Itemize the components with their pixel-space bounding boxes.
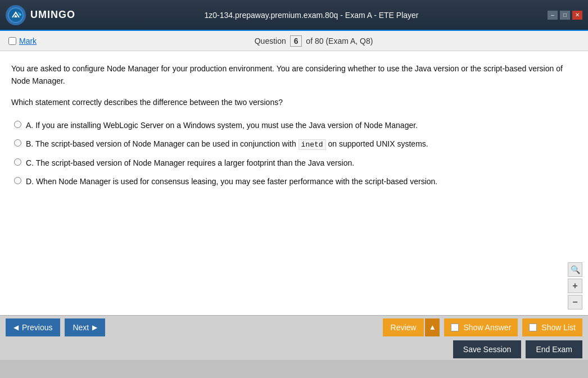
zoom-in-button[interactable]: +: [568, 279, 582, 293]
show-answer-button[interactable]: Show Answer: [444, 318, 518, 336]
previous-chevron-icon: ◀: [13, 324, 19, 331]
mark-area: Mark: [8, 37, 37, 45]
show-list-button[interactable]: Show List: [522, 318, 582, 336]
minimize-button[interactable]: –: [548, 11, 558, 20]
question-counter: Question 6 of 80 (Exam A, Q8): [48, 35, 580, 47]
next-button[interactable]: Next ▶: [65, 318, 105, 336]
save-session-label: Save Session: [463, 345, 512, 354]
question-number-box: 6: [290, 35, 302, 47]
next-label: Next: [73, 323, 89, 332]
end-exam-button[interactable]: End Exam: [526, 340, 582, 358]
zoom-controls: 🔍 + −: [568, 262, 582, 309]
toolbar-row2: Save Session End Exam: [0, 339, 588, 360]
close-button[interactable]: ✕: [572, 11, 582, 20]
toolbar-row1: ◀ Previous Next ▶ Review ▲ Show Answer S…: [0, 316, 588, 339]
option-b-code: inetd: [298, 139, 326, 150]
review-arrow-icon: ▲: [429, 323, 436, 331]
radio-d[interactable]: [14, 177, 21, 184]
review-button[interactable]: Review: [383, 318, 424, 336]
exam-info: (Exam A, Q8): [325, 37, 373, 45]
previous-label: Previous: [22, 323, 52, 332]
show-list-checkbox-icon: [529, 324, 537, 331]
window-title: 1z0-134.prepaway.premium.exam.80q - Exam…: [75, 11, 548, 20]
svg-point-1: [19, 13, 21, 16]
option-b: B. The script-based version of Node Mana…: [14, 138, 577, 151]
question-header: Mark Question 6 of 80 (Exam A, Q8): [0, 31, 588, 51]
mark-link[interactable]: Mark: [19, 37, 37, 45]
zoom-out-button[interactable]: −: [568, 295, 582, 309]
radio-a[interactable]: [14, 121, 21, 128]
radio-c[interactable]: [14, 158, 21, 166]
save-session-button[interactable]: Save Session: [453, 340, 522, 358]
radio-b[interactable]: [14, 139, 21, 147]
main-content: You are asked to configure Node Manager …: [0, 51, 588, 315]
review-dropdown-button[interactable]: ▲: [425, 318, 440, 336]
previous-button[interactable]: ◀ Previous: [6, 318, 60, 336]
option-d-text: D. When Node Manager is used for consens…: [26, 176, 437, 188]
of-total: of 80: [306, 37, 323, 45]
title-bar: UMINGO 1z0-134.prepaway.premium.exam.80q…: [0, 0, 588, 31]
review-label: Review: [391, 323, 417, 332]
option-a-text: A. If you are installing WebLogic Server…: [26, 120, 418, 131]
show-list-label: Show List: [541, 323, 576, 332]
logo-icon: [6, 5, 26, 25]
option-c: C. The script-based version of Node Mana…: [14, 157, 577, 169]
option-a: A. If you are installing WebLogic Server…: [14, 120, 577, 131]
show-answer-checkbox-icon: [451, 324, 459, 331]
option-c-text: C. The script-based version of Node Mana…: [26, 157, 354, 169]
logo-text: UMINGO: [30, 9, 75, 21]
option-b-text: B. The script-based version of Node Mana…: [26, 138, 428, 151]
option-b-text-after: on supported UNIX systems.: [326, 139, 428, 148]
question-text: You are asked to configure Node Manager …: [11, 62, 577, 88]
question-subtext: Which statement correctly describes the …: [11, 96, 577, 108]
show-answer-label: Show Answer: [463, 323, 511, 332]
question-label: Question: [255, 37, 286, 45]
search-zoom-button[interactable]: 🔍: [568, 262, 582, 277]
mark-checkbox[interactable]: [8, 37, 16, 45]
logo-area: UMINGO: [6, 5, 75, 25]
option-d: D. When Node Manager is used for consens…: [14, 176, 577, 188]
end-exam-label: End Exam: [536, 345, 572, 354]
bottom-toolbar: ◀ Previous Next ▶ Review ▲ Show Answer S…: [0, 315, 588, 360]
next-chevron-icon: ▶: [92, 324, 97, 331]
option-b-text-before: The script-based version of Node Manager…: [35, 139, 298, 148]
answer-options: A. If you are installing WebLogic Server…: [14, 120, 577, 188]
maximize-button[interactable]: □: [560, 11, 570, 20]
window-controls: – □ ✕: [548, 11, 582, 20]
